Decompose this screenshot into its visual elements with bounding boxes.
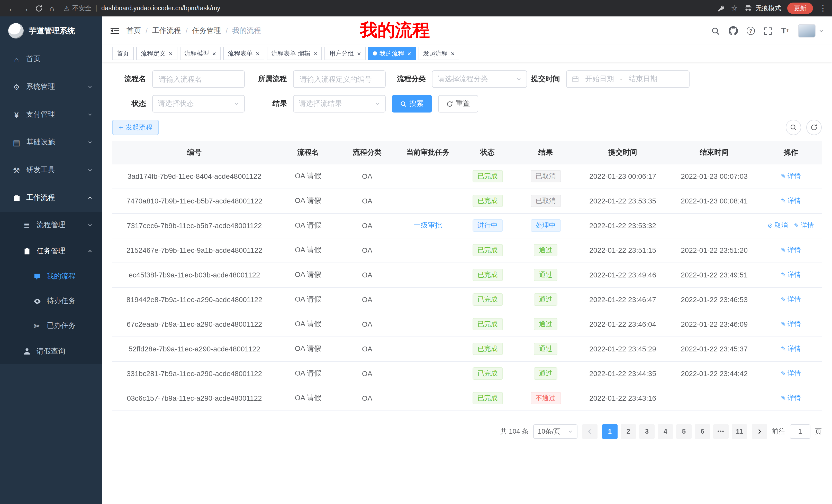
detail-link[interactable]: ✎详情 xyxy=(781,369,801,378)
github-icon[interactable] xyxy=(729,26,738,35)
tab-my-process[interactable]: 我的流程× xyxy=(368,47,416,60)
sidebar-item-infrastructure[interactable]: ▤基础设施 xyxy=(0,129,102,156)
help-icon[interactable]: ? xyxy=(747,27,755,35)
cell-id: 7317cec6-7b9b-11ec-b5b7-acde48001122 xyxy=(112,213,277,238)
tab-process-form-edit[interactable]: 流程表单-编辑× xyxy=(267,47,322,60)
cell-current-task xyxy=(395,189,461,213)
tab-process-form[interactable]: 流程表单× xyxy=(223,47,264,60)
pagination: 共 104 条 10条/页 123456•••11 前往 页 xyxy=(112,424,822,439)
cancel-link[interactable]: ⊘取消 xyxy=(768,221,788,230)
chevron-down-icon xyxy=(87,167,93,173)
sidebar-item-dev-tools[interactable]: ⚒研发工具 xyxy=(0,156,102,184)
address-bar[interactable]: ⚠ 不安全 | dashboard.yudao.iocoder.cn/bpm/t… xyxy=(64,4,711,12)
pager-page-1[interactable]: 1 xyxy=(602,424,618,439)
page-size-select[interactable]: 10条/页 xyxy=(533,424,577,439)
detail-link[interactable]: ✎详情 xyxy=(781,196,801,205)
pager-page-2[interactable]: 2 xyxy=(621,424,636,439)
cell-current-task xyxy=(395,287,461,312)
update-button[interactable]: 更新 xyxy=(787,3,813,14)
pager-page-3[interactable]: 3 xyxy=(639,424,655,439)
cell-result: 通过 xyxy=(514,361,577,386)
close-icon[interactable]: × xyxy=(314,50,317,57)
tab-user-group[interactable]: 用户分组× xyxy=(325,47,366,60)
detail-link[interactable]: ✎详情 xyxy=(781,394,801,403)
detail-link[interactable]: ✎详情 xyxy=(794,221,814,230)
breadcrumb-item[interactable]: 工作流程 xyxy=(152,26,181,35)
tab-start-process[interactable]: 发起流程× xyxy=(418,47,459,60)
search-button[interactable]: 搜索 xyxy=(392,95,432,113)
sidebar-item-system-management[interactable]: ⚙系统管理 xyxy=(0,73,102,101)
detail-link[interactable]: ✎详情 xyxy=(781,246,801,255)
breadcrumb-separator: / xyxy=(186,27,188,35)
table-header-row: 编号流程名流程分类当前审批任务状态结果提交时间结束时间操作 xyxy=(112,141,822,164)
submit-time-range[interactable]: 开始日期 - 结束日期 xyxy=(566,71,690,88)
process-name-input[interactable] xyxy=(152,71,245,88)
refresh-button[interactable] xyxy=(806,120,822,135)
tab-process-model[interactable]: 流程模型× xyxy=(180,47,220,60)
pager-page-4[interactable]: 4 xyxy=(658,424,673,439)
close-icon[interactable]: × xyxy=(357,50,361,57)
pager-prev-button[interactable] xyxy=(582,424,598,439)
sidebar-item-process-management[interactable]: ≣流程管理 xyxy=(0,212,102,238)
sidebar-item-payment-management[interactable]: ¥支付管理 xyxy=(0,101,102,129)
detail-link[interactable]: ✎详情 xyxy=(781,295,801,304)
pager-page-6[interactable]: 6 xyxy=(695,424,710,439)
pager-page-11[interactable]: 11 xyxy=(732,424,747,439)
create-process-button[interactable]: + 发起流程 xyxy=(112,120,159,135)
sidebar-toggle-icon[interactable] xyxy=(110,26,119,35)
table-row: 7470a810-7b9b-11ec-b5b7-acde48001122OA 请… xyxy=(112,189,822,213)
close-icon[interactable]: × xyxy=(169,50,173,57)
key-icon[interactable] xyxy=(717,4,725,12)
search-icon[interactable] xyxy=(711,26,720,35)
detail-link[interactable]: ✎详情 xyxy=(781,344,801,354)
detail-link[interactable]: ✎详情 xyxy=(781,172,801,181)
cell-status: 已完成 xyxy=(461,337,514,361)
close-icon[interactable]: × xyxy=(407,50,411,57)
app-title: 芋道管理系统 xyxy=(29,26,75,36)
browser-home-icon[interactable]: ⌂ xyxy=(45,2,59,15)
category-select[interactable]: 请选择流程分类 xyxy=(432,71,527,88)
forward-icon[interactable]: → xyxy=(19,2,32,15)
column-header: 流程分类 xyxy=(339,141,395,164)
tab-home[interactable]: 首页 xyxy=(112,47,134,60)
pager-page-5[interactable]: 5 xyxy=(676,424,692,439)
app-logo[interactable]: 芋道管理系统 xyxy=(0,17,102,45)
chevron-up-icon xyxy=(87,195,93,200)
toggle-search-button[interactable] xyxy=(786,120,801,135)
sidebar-item-workflow[interactable]: 工作流程 xyxy=(0,184,102,212)
app-frame: 芋道管理系统 ⌂首页⚙系统管理¥支付管理▤基础设施⚒研发工具工作流程≣流程管理任… xyxy=(0,17,832,504)
reload-icon[interactable] xyxy=(32,2,45,15)
detail-link[interactable]: ✎详情 xyxy=(781,319,801,329)
table-row: 3ad174fb-7b9d-11ec-8404-acde48001122OA 请… xyxy=(112,164,822,189)
goto-page-input[interactable] xyxy=(790,424,810,439)
sidebar-item-my-process[interactable]: 我的流程 xyxy=(0,264,102,289)
reset-button[interactable]: 重置 xyxy=(438,95,478,113)
kebab-menu-icon[interactable]: ⋮ xyxy=(819,4,827,13)
font-size-icon[interactable]: TT xyxy=(781,27,789,35)
close-icon[interactable]: × xyxy=(256,50,259,57)
current-task-link[interactable]: 一级审批 xyxy=(413,221,442,229)
close-icon[interactable]: × xyxy=(212,50,216,57)
sidebar-item-home[interactable]: ⌂首页 xyxy=(0,45,102,73)
breadcrumb-item[interactable]: 首页 xyxy=(127,26,141,35)
user-menu[interactable] xyxy=(798,24,824,37)
back-icon[interactable]: ← xyxy=(5,2,19,15)
bookmark-star-icon[interactable]: ☆ xyxy=(731,4,738,13)
detail-link[interactable]: ✎详情 xyxy=(781,270,801,279)
result-tag: 处理中 xyxy=(530,219,561,232)
sidebar-item-todo-tasks[interactable]: 待办任务 xyxy=(0,289,102,313)
status-select[interactable]: 请选择状态 xyxy=(152,95,245,113)
cell-submit-time: 2022-01-22 23:43:16 xyxy=(577,386,669,411)
fullscreen-icon[interactable] xyxy=(763,26,772,35)
result-select[interactable]: 请选择流结果 xyxy=(293,95,386,113)
sidebar-item-leave-query[interactable]: 请假查询 xyxy=(0,338,102,364)
tab-process-definition[interactable]: 流程定义× xyxy=(136,47,177,60)
sidebar-item-done-tasks[interactable]: ✂已办任务 xyxy=(0,313,102,338)
plus-icon: + xyxy=(119,124,123,131)
pager-next-button[interactable] xyxy=(752,424,767,439)
breadcrumb-item[interactable]: 任务管理 xyxy=(192,26,221,35)
pager-more[interactable]: ••• xyxy=(713,424,729,439)
sidebar-item-task-management[interactable]: 任务管理 xyxy=(0,238,102,264)
definition-input[interactable] xyxy=(293,71,386,88)
close-icon[interactable]: × xyxy=(451,50,454,57)
